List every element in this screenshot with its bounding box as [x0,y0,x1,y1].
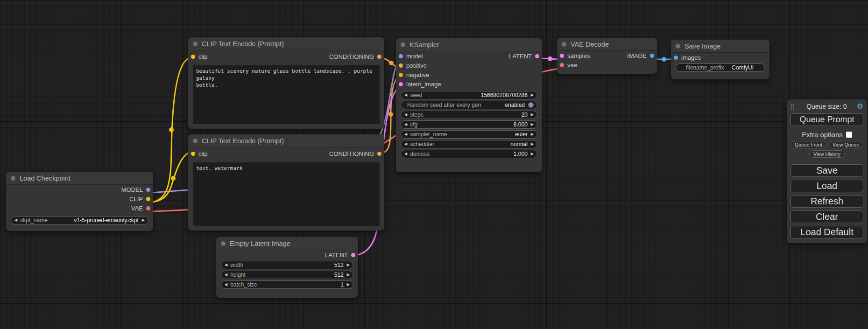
next-arrow-icon[interactable]: ▶ [142,218,145,222]
input-slot-negative[interactable]: negative [399,71,429,78]
clear-button[interactable]: Clear [790,210,863,223]
node-title-bar[interactable]: CLIP Text Encode (Prompt) [188,37,384,50]
node-ksampler[interactable]: KSampler model LATENT positive negative … [396,38,542,172]
extra-options-checkbox[interactable] [846,132,852,138]
decrement-arrow-icon[interactable]: ◀ [225,283,227,287]
decrement-arrow-icon[interactable]: ◀ [225,263,227,267]
images-input-dot[interactable] [674,56,678,60]
decrement-arrow-icon[interactable]: ◀ [404,93,407,97]
increment-arrow-icon[interactable]: ▶ [347,273,350,277]
drag-handle-icon[interactable] [790,104,795,110]
cfg-widget[interactable]: ◀ cfg 8.000 ▶ [401,120,537,129]
random-seed-toggle-widget[interactable]: Random seed after every gen enabled [401,101,537,109]
view-history-button[interactable]: View History [809,150,845,158]
scheduler-widget[interactable]: ◀ scheduler normal ▶ [401,140,537,148]
increment-arrow-icon[interactable]: ▶ [531,152,534,156]
collapse-dot-icon[interactable] [11,176,15,181]
output-slot-conditioning[interactable]: CONDITIONING [329,53,381,60]
node-title-bar[interactable]: CLIP Text Encode (Prompt) [188,134,384,147]
queue-panel[interactable]: Queue size: 0 ⚙ Queue Prompt Extra optio… [787,99,867,243]
height-widget[interactable]: ◀ height 512 ▶ [221,271,353,279]
node-empty-latent-image[interactable]: Empty Latent Image LATENT ◀ width 512 ▶ … [216,237,358,298]
increment-arrow-icon[interactable]: ▶ [347,263,350,267]
collapse-dot-icon[interactable] [221,241,226,246]
decrement-arrow-icon[interactable]: ◀ [404,113,407,117]
input-slot-positive[interactable]: positive [399,62,427,69]
positive-input-dot[interactable] [399,63,403,68]
collapse-dot-icon[interactable] [193,42,198,46]
input-slot-clip[interactable]: clip [191,53,208,60]
filename-prefix-widget[interactable]: filename_prefix ComfyUI [676,63,765,72]
output-slot-clip[interactable]: CLIP [129,196,150,203]
denoise-widget[interactable]: ◀ denoise 1.000 ▶ [401,150,537,158]
input-slot-latent-image[interactable]: latent_image [399,81,441,88]
collapse-dot-icon[interactable] [193,139,198,143]
clip-output-dot[interactable] [146,197,150,201]
prev-arrow-icon[interactable]: ◀ [404,142,407,146]
input-slot-samples[interactable]: samples [560,52,590,59]
width-widget[interactable]: ◀ width 512 ▶ [221,261,353,269]
input-slot-clip[interactable]: clip [191,150,208,157]
output-slot-conditioning[interactable]: CONDITIONING [329,150,381,157]
input-slot-model[interactable]: model [399,53,423,60]
steps-widget[interactable]: ◀ steps 20 ▶ [401,111,537,119]
node-save-image[interactable]: Save Image images filename_prefix ComfyU… [671,40,769,79]
increment-arrow-icon[interactable]: ▶ [531,113,534,117]
increment-arrow-icon[interactable]: ▶ [347,283,350,287]
node-clip-text-encode-positive[interactable]: CLIP Text Encode (Prompt) clip CONDITION… [188,37,384,129]
queue-prompt-button[interactable]: Queue Prompt [790,113,863,126]
latent-output-dot[interactable] [351,253,355,257]
refresh-button[interactable]: Refresh [790,195,863,208]
save-button[interactable]: Save [790,164,863,177]
decrement-arrow-icon[interactable]: ◀ [404,123,407,126]
latent-image-input-dot[interactable] [399,82,403,86]
vae-output-dot[interactable] [146,206,150,210]
next-arrow-icon[interactable]: ▶ [531,133,534,136]
conditioning-output-dot[interactable] [377,55,381,59]
image-output-dot[interactable] [650,54,654,58]
vae-input-dot[interactable] [560,63,564,67]
node-title-bar[interactable]: Save Image [671,40,769,53]
load-default-button[interactable]: Load Default [790,226,863,238]
decrement-arrow-icon[interactable]: ◀ [404,152,407,156]
node-load-checkpoint[interactable]: Load Checkpoint MODEL CLIP VAE ◀ ckpt_na… [6,172,153,231]
output-slot-latent[interactable]: LATENT [509,53,539,60]
load-button[interactable]: Load [790,180,863,192]
clip-input-dot[interactable] [191,152,195,156]
output-slot-model[interactable]: MODEL [121,186,150,193]
decrement-arrow-icon[interactable]: ◀ [225,273,227,277]
node-vae-decode[interactable]: VAE Decode samples IMAGE vae [557,38,657,74]
output-slot-vae[interactable]: VAE [131,205,150,212]
negative-input-dot[interactable] [399,73,403,77]
queue-front-button[interactable]: Queue Front [790,141,826,148]
increment-arrow-icon[interactable]: ▶ [531,123,534,126]
seed-widget[interactable]: ◀ seed 156680208700286 ▶ [401,91,537,99]
samples-input-dot[interactable] [560,54,564,58]
output-slot-latent[interactable]: LATENT [325,252,355,259]
collapse-dot-icon[interactable] [676,44,680,49]
node-clip-text-encode-negative[interactable]: CLIP Text Encode (Prompt) clip CONDITION… [188,134,384,231]
output-slot-image[interactable]: IMAGE [627,52,654,59]
ckpt-name-widget[interactable]: ◀ ckpt_name v1-5-pruned-emaonly.ckpt ▶ [11,216,148,224]
input-slot-images[interactable]: images [674,54,701,61]
batch-size-widget[interactable]: ◀ batch_size 1 ▶ [221,280,353,289]
collapse-dot-icon[interactable] [562,42,566,47]
node-title-bar[interactable]: Empty Latent Image [216,237,358,250]
collapse-dot-icon[interactable] [401,42,405,47]
input-slot-vae[interactable]: vae [560,62,577,69]
conditioning-output-dot[interactable] [377,152,381,156]
node-title-bar[interactable]: VAE Decode [557,38,657,51]
node-title-bar[interactable]: Load Checkpoint [6,172,153,185]
clip-input-dot[interactable] [191,55,195,59]
prompt-textarea[interactable]: text, watermark [193,162,380,226]
model-input-dot[interactable] [399,54,403,58]
toggle-on-icon[interactable] [528,102,534,108]
next-arrow-icon[interactable]: ▶ [531,142,534,146]
node-title-bar[interactable]: KSampler [396,38,542,51]
view-queue-button[interactable]: View Queue [828,141,863,148]
prev-arrow-icon[interactable]: ◀ [14,218,17,222]
prompt-textarea[interactable]: beautiful scenery nature glass bottle la… [193,65,380,124]
increment-arrow-icon[interactable]: ▶ [531,93,534,97]
latent-output-dot[interactable] [535,54,539,58]
settings-gear-icon[interactable]: ⚙ [857,103,863,110]
